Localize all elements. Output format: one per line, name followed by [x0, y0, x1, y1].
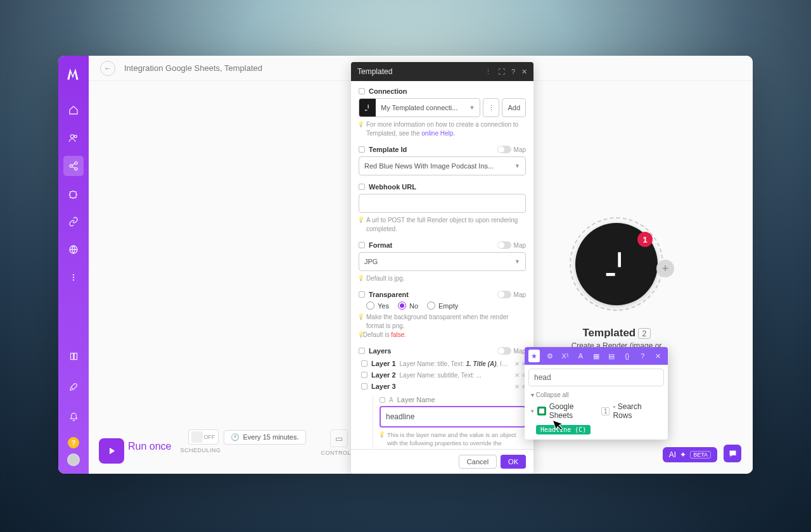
connection-select[interactable]: My Templated connecti... ▼	[359, 98, 480, 117]
bell-icon[interactable]	[63, 407, 84, 427]
picker-source-node[interactable]: ▾ Google Sheets 1 - Search Rows	[525, 400, 668, 422]
picker-tab-help[interactable]: ?	[637, 350, 648, 362]
template-id-select[interactable]: Red Blue News With Image Podcast Ins...▼	[359, 156, 526, 175]
more-icon[interactable]	[63, 267, 84, 288]
picker-close-icon[interactable]: ✕	[653, 350, 664, 362]
picker-tab-date[interactable]: ▦	[591, 350, 602, 362]
template-id-label: Template Id	[369, 146, 407, 153]
template-map-toggle[interactable]	[497, 146, 511, 153]
svg-point-2	[75, 162, 77, 164]
svg-point-8	[73, 279, 74, 281]
transparent-empty[interactable]: Empty	[427, 301, 458, 310]
picker-tab-star[interactable]: ★	[528, 350, 540, 362]
layers-map-toggle[interactable]	[497, 347, 511, 355]
ai-button[interactable]: AI ✦ BETA	[663, 447, 717, 462]
layer1-remove-icon[interactable]: ✕	[514, 360, 520, 367]
panel-menu-icon[interactable]: ⋮	[485, 68, 492, 76]
layer-name-input[interactable]	[382, 408, 523, 425]
svg-point-1	[74, 135, 77, 137]
rocket-icon[interactable]	[63, 376, 84, 396]
share-icon[interactable]	[63, 156, 84, 176]
format-hint: Default is jpg.	[359, 274, 526, 283]
panel-title: Templated	[357, 67, 392, 76]
layer-name-label: Layer Name	[397, 396, 435, 403]
node-index: 2	[638, 328, 650, 339]
transparent-label: Transparent	[369, 291, 409, 298]
webhook-label: Webhook URL	[369, 183, 416, 191]
schedule-interval[interactable]: 🕐Every 15 minutes.	[224, 430, 306, 445]
config-panel: Templated ⋮ ⛶ ? ✕ Connection My Template…	[351, 62, 533, 474]
variable-picker: ★ ⚙ X¹ A ▦ ▤ {} ? ✕ ▾ Collapse all ▾ Goo…	[525, 347, 668, 440]
format-map-toggle[interactable]	[497, 241, 511, 249]
layers-label: Layers	[369, 347, 391, 355]
back-button[interactable]: ←	[100, 61, 115, 76]
panel-header: Templated ⋮ ⛶ ? ✕	[351, 62, 533, 81]
sidebar: ?	[58, 56, 89, 474]
layer2-remove-icon[interactable]: ✕	[514, 372, 520, 379]
user-avatar[interactable]	[67, 453, 80, 466]
run-label: Run once	[128, 441, 172, 452]
format-select[interactable]: JPG▼	[359, 252, 526, 271]
scheduling-label: SCHEDULING	[181, 447, 306, 453]
globe-icon[interactable]	[63, 239, 84, 260]
picker-collapse-all[interactable]: ▾ Collapse all	[525, 390, 668, 400]
panel-help-icon[interactable]: ?	[511, 68, 515, 76]
logo-icon	[65, 66, 82, 82]
ok-button[interactable]: OK	[501, 455, 526, 469]
picker-tab-gear[interactable]: ⚙	[544, 350, 555, 362]
webhook-hint: A url to POST the full Render object to …	[359, 216, 526, 234]
transparent-yes[interactable]: Yes	[366, 301, 389, 310]
picker-tab-x1[interactable]: X¹	[559, 350, 571, 362]
layer-row-1[interactable]: Layer 1 Layer Name: title, Text: 1. Titl…	[361, 358, 526, 369]
node-badge: 1	[637, 232, 653, 247]
help-badge-icon[interactable]: ?	[68, 437, 79, 448]
connection-hint: For more information on how to create a …	[359, 120, 526, 138]
svg-point-3	[70, 165, 72, 167]
breadcrumb: Integration Google Sheets, Templated	[124, 63, 262, 73]
layer-row-2[interactable]: Layer 2 Layer Name: subtitle, Text: ... …	[361, 369, 526, 381]
transparent-hint: Make the background transparent when the…	[359, 313, 526, 331]
picker-tab-text[interactable]: A	[575, 350, 586, 362]
run-button[interactable]	[99, 438, 124, 464]
transparent-map-toggle[interactable]	[497, 291, 511, 298]
cancel-button[interactable]: Cancel	[459, 455, 497, 469]
layer3-remove-icon[interactable]: ✕	[514, 383, 520, 390]
controls-icon-1[interactable]: ▭	[330, 429, 348, 447]
node-title: Templated	[583, 327, 636, 339]
transparent-no[interactable]: No	[398, 301, 418, 310]
chat-button[interactable]	[724, 445, 741, 462]
layer-name-input-wrapper	[380, 406, 526, 428]
users-icon[interactable]	[63, 128, 84, 148]
book-icon[interactable]	[63, 346, 84, 366]
svg-point-0	[70, 135, 73, 138]
link-icon[interactable]	[63, 212, 84, 232]
layer-row-3[interactable]: Layer 3 ✕≡	[361, 381, 526, 392]
svg-point-6	[73, 274, 74, 276]
home-icon[interactable]	[63, 100, 84, 120]
picker-tab-json[interactable]: {}	[622, 350, 633, 362]
add-node-button[interactable]: +	[656, 260, 674, 277]
svg-point-7	[73, 277, 74, 278]
picker-search-input[interactable]	[528, 369, 664, 386]
connection-label: Connection	[369, 87, 407, 95]
google-sheets-icon	[537, 407, 546, 415]
puzzle-icon[interactable]	[63, 184, 84, 204]
connection-add-button[interactable]: Add	[502, 98, 526, 117]
picker-tab-array[interactable]: ▤	[606, 350, 617, 362]
panel-close-icon[interactable]: ✕	[521, 68, 527, 76]
svg-point-4	[75, 168, 77, 170]
scheduling-toggle[interactable]: OFF	[188, 429, 219, 445]
webhook-input[interactable]	[359, 194, 526, 213]
layer-name-hint: This is the layer name and the value is …	[380, 431, 526, 449]
app-window: ? ← Integration Google Sheets, Templated…	[58, 56, 753, 474]
connection-menu-button[interactable]: ⋮	[483, 98, 499, 117]
format-label: Format	[369, 241, 392, 249]
panel-expand-icon[interactable]: ⛶	[498, 68, 505, 76]
transparent-hint-2: .Default is false.	[359, 331, 526, 339]
